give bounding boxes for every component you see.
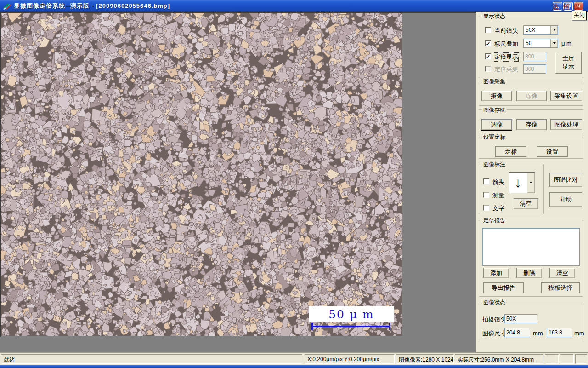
arrow-style-combo[interactable]: ↓ — [509, 172, 535, 193]
scale-bar-tick-left — [311, 323, 313, 330]
minimize-button[interactable] — [553, 2, 562, 11]
status-ready: 就绪 — [1, 354, 302, 364]
camera-button[interactable]: 摄像 — [481, 91, 512, 101]
export-report-button[interactable]: 导出报告 — [483, 282, 524, 293]
status-empty-3 — [575, 354, 587, 364]
current-lens-checkbox[interactable] — [485, 27, 491, 33]
annotation-title: 图像标注 — [482, 161, 507, 168]
atlas-compare-button[interactable]: 图谱比对 — [549, 172, 582, 187]
restore-icon — [564, 2, 572, 10]
help-button[interactable]: 帮助 — [549, 192, 582, 207]
control-panel: 显示状态 当前镜头 50X 标尺叠加 50 μ m 定倍显示 定倍采集 全屏显示… — [476, 12, 588, 352]
minimize-icon — [555, 7, 559, 8]
scale-overlay-label: 标尺叠加 — [494, 40, 518, 48]
image-size-label: 图像尺寸 — [482, 329, 506, 338]
current-lens-combo[interactable]: 50X — [523, 25, 558, 34]
scale-bar-line — [311, 326, 390, 327]
close-icon: × — [574, 2, 583, 10]
annotation-clear-button[interactable]: 清空 — [514, 198, 538, 209]
image-width-unit: mm — [533, 330, 543, 337]
scale-overlay-checkbox[interactable] — [485, 40, 491, 46]
micrograph-image[interactable] — [1, 13, 402, 336]
report-title: 定倍报告 — [482, 217, 507, 224]
calibration-set-button[interactable]: 设置 — [537, 146, 568, 157]
report-add-button[interactable]: 添加 — [483, 268, 509, 278]
current-lens-label: 当前镜头 — [494, 27, 518, 35]
report-listbox[interactable] — [482, 228, 580, 266]
close-tooltip: 关闭 — [572, 11, 587, 20]
capture-settings-button[interactable]: 采集设置 — [550, 91, 582, 101]
status-empty-1 — [545, 354, 559, 364]
application-window: 显微图像定倍系统--演示版 - [20090602055646.bmp] × 达… — [0, 0, 588, 368]
scale-bar-text: 50 μ m — [328, 308, 374, 321]
fixed-capture-field — [523, 64, 546, 74]
scale-bar-tick-right — [389, 323, 390, 330]
arrow-down-icon: ↓ — [509, 172, 527, 193]
image-status-title: 图像状态 — [482, 299, 507, 306]
report-clear-button[interactable]: 清空 — [549, 268, 575, 278]
app-icon — [3, 2, 12, 10]
scale-bar-label-box: 50 μ m — [309, 306, 394, 322]
fullscreen-button-label: 全屏显示 — [561, 54, 575, 70]
fullscreen-button[interactable]: 全屏显示 — [555, 52, 582, 74]
arrow-style-dropdown-button[interactable] — [527, 172, 535, 193]
text-checkbox[interactable] — [483, 205, 489, 211]
image-process-button[interactable]: 图像处理 — [550, 119, 582, 130]
arrow-checkbox[interactable] — [483, 178, 489, 184]
status-pixel-scale: X:0.200μm/pix Y:0.200μm/pix — [305, 354, 395, 364]
current-lens-dropdown-button[interactable] — [550, 26, 558, 34]
storage-title: 图像存取 — [482, 106, 507, 114]
arrow-label: 箭头 — [492, 178, 504, 186]
shooting-lens-label: 拍摄镜头 — [482, 316, 506, 324]
load-image-button[interactable]: 调像 — [481, 119, 512, 130]
fixed-display-label: 定倍显示 — [494, 53, 518, 61]
status-bar: 就绪 X:0.200μm/pix Y:0.200μm/pix 图像像素:1280… — [0, 352, 588, 365]
scale-overlay-dropdown-button[interactable] — [550, 39, 558, 47]
scale-overlay-combo[interactable]: 50 — [523, 39, 558, 48]
restore-button[interactable] — [563, 2, 573, 11]
save-image-button[interactable]: 存像 — [516, 119, 547, 130]
chevron-down-icon — [553, 42, 556, 46]
measure-checkbox[interactable] — [483, 192, 489, 198]
scale-overlay-unit: μ m — [561, 40, 571, 47]
freeze-button: 冻像 — [516, 91, 547, 101]
title-bar: 显微图像定倍系统--演示版 - [20090602055646.bmp] × 达… — [0, 0, 588, 12]
template-select-button[interactable]: 模板选择 — [541, 282, 580, 293]
chevron-down-icon — [530, 182, 532, 185]
scale-overlay-value: 50 — [524, 39, 550, 47]
shooting-lens-field[interactable] — [504, 314, 537, 323]
image-height-unit: mm — [574, 330, 584, 337]
calibrate-button[interactable]: 定标 — [495, 146, 526, 157]
status-actual-size: 实际尺寸:256.0mm X 204.8mm — [455, 354, 543, 364]
display-status-title: 显示状态 — [482, 12, 507, 20]
fixed-capture-label: 定倍采集 — [494, 65, 518, 74]
close-button[interactable]: × — [574, 2, 583, 11]
fixed-display-field — [523, 52, 546, 61]
report-delete-button[interactable]: 删除 — [516, 268, 542, 278]
text-label: 文字 — [492, 204, 504, 213]
image-width-field[interactable] — [504, 328, 530, 337]
current-lens-value: 50X — [524, 26, 550, 34]
fixed-capture-checkbox — [485, 66, 491, 72]
window-controls: × — [553, 2, 583, 11]
image-height-field[interactable] — [547, 328, 572, 337]
calibration-title: 设置定标 — [482, 133, 507, 141]
capture-title: 图像采集 — [482, 78, 507, 86]
measure-label: 测量 — [492, 191, 504, 200]
fixed-display-checkbox[interactable] — [485, 53, 491, 59]
status-image-pixels: 图像像素:1280 X 1024 — [396, 354, 454, 364]
window-title: 显微图像定倍系统--演示版 - [20090602055646.bmp] — [14, 2, 170, 10]
window-bottom-border — [0, 365, 588, 368]
status-empty-2 — [560, 354, 574, 364]
chevron-down-icon — [553, 29, 556, 32]
